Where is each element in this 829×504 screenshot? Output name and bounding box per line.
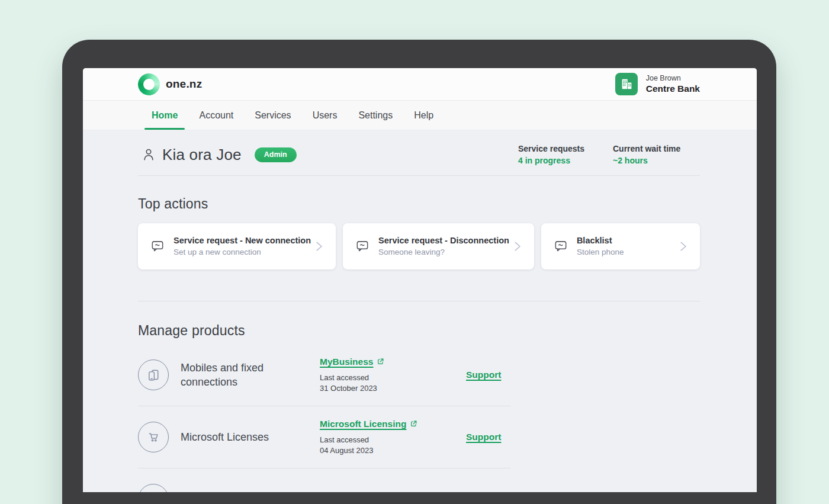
support-cell: Support [466, 432, 700, 442]
manage-products-heading: Manage products [138, 323, 700, 339]
device-frame: one.nz [62, 40, 776, 504]
top-actions-cards: Service request - New connection Set up … [138, 223, 700, 269]
card-title: Blacklist [577, 235, 624, 246]
chat-bubble-icon [355, 239, 370, 254]
chat-bubble-icon [553, 239, 568, 254]
app-header: one.nz [83, 68, 757, 101]
last-accessed-date: 31 October 2023 [320, 383, 466, 394]
account-user-name: Joe Brown [646, 74, 700, 84]
product-link-label: MyBusiness [320, 357, 373, 367]
last-accessed-label: Last accessed [320, 373, 466, 383]
product-name: Mobiles and fixed connections [181, 361, 320, 390]
brand: one.nz [138, 73, 202, 95]
account-chip[interactable]: Joe Brown Centre Bank [615, 73, 700, 95]
product-link-cell: Microsoft Licensing Last accessed 04 Aug… [320, 419, 466, 455]
last-accessed-label: Last accessed [320, 435, 466, 445]
chevron-right-icon [675, 239, 690, 254]
top-actions-heading: Top actions [138, 196, 700, 212]
product-icon [138, 484, 169, 492]
action-card-disconnection[interactable]: Service request - Disconnection Someone … [343, 223, 534, 269]
nav-tab-services[interactable]: Services [248, 101, 298, 130]
manage-products-list: Mobiles and fixed connections MyBusiness… [138, 344, 700, 492]
product-row-microsoft: Microsoft Licenses Microsoft Licensing L… [138, 406, 700, 468]
main-navigation: Home Account Services Users Settings Hel… [83, 101, 757, 130]
stat-label: Current wait time [613, 143, 700, 155]
card-texts: Service request - Disconnection Someone … [378, 235, 509, 258]
card-title: Service request - Disconnection [378, 235, 509, 246]
stat-service-requests: Service requests 4 in progress [518, 143, 613, 167]
app-screen: one.nz [83, 68, 757, 492]
support-link[interactable]: Support [466, 370, 501, 380]
nav-tab-account[interactable]: Account [192, 101, 240, 130]
nav-tab-help[interactable]: Help [407, 101, 441, 130]
external-link-icon [377, 358, 384, 365]
card-subtitle: Stolen phone [577, 247, 624, 258]
nav-tab-home[interactable]: Home [144, 101, 185, 130]
stat-value: ~2 hours [613, 155, 700, 166]
card-texts: Blacklist Stolen phone [577, 235, 624, 258]
greeting-row: Kia ora Joe Admin Service requests 4 in … [138, 140, 700, 169]
action-card-new-connection[interactable]: Service request - New connection Set up … [138, 223, 336, 269]
chevron-right-icon [509, 239, 525, 254]
last-accessed-date: 04 August 2023 [320, 445, 466, 456]
account-texts: Joe Brown Centre Bank [646, 74, 700, 95]
nav-tab-settings[interactable]: Settings [351, 101, 400, 130]
product-name: Microsoft Licenses [181, 430, 320, 444]
greeting-text: Kia ora Joe [162, 146, 242, 164]
card-subtitle: Someone leaving? [378, 247, 509, 258]
product-row-toll-free: Toll Free Platform Support [138, 468, 700, 492]
shopping-cart-icon [138, 422, 169, 452]
main-content: Kia ora Joe Admin Service requests 4 in … [83, 130, 757, 492]
support-link[interactable]: Support [466, 432, 501, 442]
brand-name: one.nz [166, 78, 202, 91]
external-link-icon [410, 420, 417, 428]
stats: Service requests 4 in progress Current w… [518, 143, 700, 167]
product-link[interactable]: Microsoft Licensing [320, 419, 417, 429]
product-link[interactable]: MyBusiness [320, 357, 384, 367]
last-accessed: Last accessed 31 October 2023 [320, 373, 466, 393]
stat-value: 4 in progress [518, 155, 613, 166]
card-subtitle: Set up a new connection [173, 247, 311, 258]
product-row-mobiles: Mobiles and fixed connections MyBusiness… [138, 344, 700, 406]
stat-label: Service requests [518, 143, 613, 155]
admin-badge: Admin [255, 147, 297, 162]
one-nz-logo-icon [138, 73, 160, 95]
stat-wait-time: Current wait time ~2 hours [613, 143, 700, 167]
divider [138, 301, 700, 301]
mobile-devices-icon [138, 359, 169, 390]
product-link-label: Microsoft Licensing [320, 419, 406, 429]
last-accessed: Last accessed 04 August 2023 [320, 435, 466, 455]
buildings-icon [615, 73, 638, 95]
account-org-name: Centre Bank [646, 83, 700, 94]
card-title: Service request - New connection [173, 235, 311, 246]
product-link-cell: MyBusiness Last accessed 31 October 2023 [320, 357, 466, 393]
action-card-blacklist[interactable]: Blacklist Stolen phone [541, 223, 700, 269]
chat-bubble-icon [150, 239, 165, 254]
chevron-right-icon [311, 239, 326, 254]
support-cell: Support [466, 370, 700, 380]
nav-tab-users[interactable]: Users [306, 101, 345, 130]
person-icon [141, 147, 156, 162]
divider [138, 175, 700, 176]
card-texts: Service request - New connection Set up … [173, 235, 311, 258]
